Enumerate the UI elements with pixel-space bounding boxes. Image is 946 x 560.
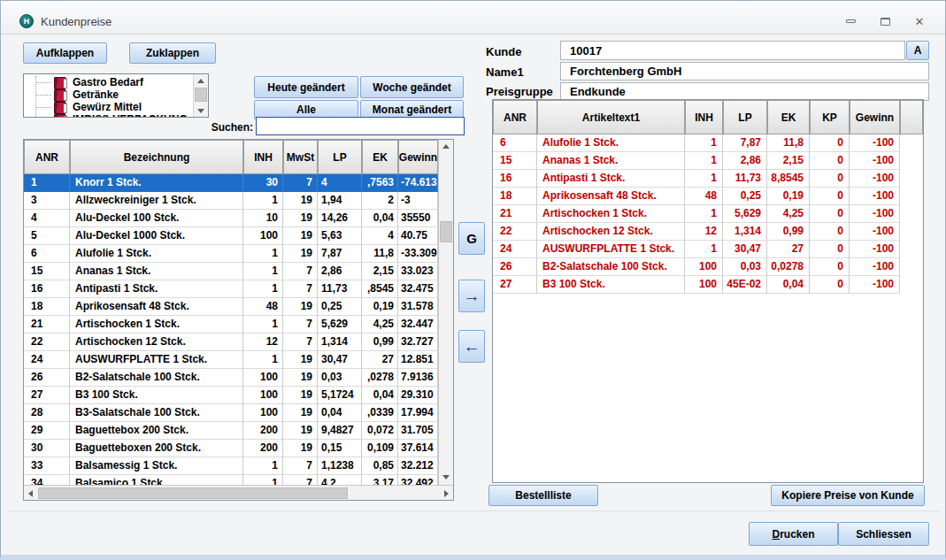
artikel-table-row[interactable]: 4Alu-Deckel 100 Stck.101914,260,0435550 xyxy=(24,210,438,227)
table-cell: -100 xyxy=(850,241,900,258)
table-cell: 12 xyxy=(685,223,723,241)
suchen-input[interactable] xyxy=(256,117,465,135)
name1-value: Forchtenberg GmbH xyxy=(570,65,681,78)
app-icon: H xyxy=(19,14,34,28)
table-cell: B2-Salatschale 100 Stck. xyxy=(70,369,243,387)
table-cell: -100 xyxy=(850,258,900,276)
tree-item[interactable]: Gastro Bedarf xyxy=(54,76,193,88)
table-cell: 1 xyxy=(685,170,723,188)
tree-scroll-down-button[interactable] xyxy=(194,104,208,117)
name1-field[interactable]: Forchtenberg GmbH xyxy=(560,62,929,81)
table-cell: Aprikosensaft 48 Stck. xyxy=(70,298,243,316)
artikel-table-row[interactable]: 18Aprikosensaft 48 Stck.48190,250,1931.5… xyxy=(24,298,438,316)
kunde-field[interactable]: 10017 xyxy=(560,41,905,60)
aufklappen-button[interactable]: Aufklappen xyxy=(23,42,107,64)
tree-scroll-thumb[interactable] xyxy=(195,88,207,102)
artikel-table-row[interactable]: 27B3 100 Stck.100195,17240,0429.310 xyxy=(24,387,438,404)
artikel-table-row[interactable]: 30Baguetteboxen 200 Stck.200190,150,1093… xyxy=(24,440,438,457)
kundenpreise-table-row[interactable]: 15Ananas 1 Stck.12,862,150-100 xyxy=(493,152,923,170)
kundenpreise-table[interactable]: ANRArtikeltext1INHLPEKKPGewinn 6Alufolie… xyxy=(492,99,924,483)
artikel-table-row[interactable]: 22Artischocken 12 Stck.1271,3140,9932.72… xyxy=(24,334,438,351)
artikel-scroll-left-button[interactable] xyxy=(24,487,37,500)
kopiere-preise-button[interactable]: Kopiere Preise von Kunde xyxy=(771,485,925,506)
kundenpreise-table-row[interactable]: 6Alufolie 1 Stck.17,8711,80-100 xyxy=(493,134,923,152)
artikel-table-row[interactable]: 1Knorr 1 Stck.3074,7563-74.613 xyxy=(24,174,438,192)
table-cell xyxy=(900,100,923,134)
table-cell: 0 xyxy=(810,276,850,294)
tree-vertical-scrollbar[interactable] xyxy=(193,74,208,117)
artikel-scroll-down-button[interactable] xyxy=(439,471,453,484)
artikel-table-row[interactable]: 5Alu-Deckel 1000 Stck.100195,63440.75 xyxy=(24,227,438,245)
category-tree[interactable]: Gastro BedarfGetränkeGewürz MittelIMBISS… xyxy=(23,73,209,118)
tree-item[interactable]: Getränke xyxy=(54,88,193,101)
kundenpreise-table-body: 6Alufolie 1 Stck.17,8711,80-10015Ananas … xyxy=(493,134,923,482)
close-button[interactable]: ✕ xyxy=(910,13,929,29)
table-cell: EK xyxy=(362,140,398,174)
tree-scroll-up-button[interactable] xyxy=(194,74,208,87)
artikel-scroll-up-button[interactable] xyxy=(439,140,453,153)
table-cell: -100 xyxy=(850,223,900,241)
preisgruppe-field[interactable]: Endkunde xyxy=(560,82,929,101)
table-cell: 1 xyxy=(243,245,283,263)
table-cell: 27 xyxy=(24,387,70,404)
artikel-scroll-right-button[interactable] xyxy=(440,487,453,500)
table-cell: 7 xyxy=(283,316,318,334)
maximize-button[interactable] xyxy=(875,13,895,29)
artikel-table-hscrollbar[interactable] xyxy=(24,485,453,500)
artikel-vscroll-thumb[interactable] xyxy=(440,221,452,242)
g-button[interactable]: G xyxy=(458,222,485,255)
kundenpreise-table-row[interactable]: 27B3 100 Stck.10045E-020,040-100 xyxy=(493,276,923,294)
drucken-button[interactable]: Drucken xyxy=(749,522,838,546)
transfer-right-button[interactable]: → xyxy=(458,280,485,312)
table-cell: 19 xyxy=(283,404,318,422)
kundenpreise-table-header: ANRArtikeltext1INHLPEKKPGewinn xyxy=(493,100,923,134)
table-cell: Ananas 1 Stck. xyxy=(537,152,685,170)
table-cell: 5,629 xyxy=(723,205,767,223)
table-cell: Gewinn xyxy=(398,140,438,174)
table-cell: 0,109 xyxy=(362,440,398,457)
tree-item[interactable]: Gewürz Mittel xyxy=(54,101,193,113)
kundenpreise-window: H Kundenpreise ✕ Aufklappen Zuklappen Ga… xyxy=(0,0,946,560)
tree-item-label: Getränke xyxy=(73,88,119,101)
artikel-table-row[interactable]: 15Ananas 1 Stck.172,862,1533.023 xyxy=(24,263,438,280)
artikel-hscroll-thumb[interactable] xyxy=(38,487,348,499)
artikel-table-row[interactable]: 3Allzweckreiniger 1 Stck.1191,942-3 xyxy=(24,192,438,210)
kundenpreise-table-row[interactable]: 18Aprikosensaft 48 Stck.480,250,190-100 xyxy=(493,188,923,205)
table-cell: 27 xyxy=(362,351,398,369)
zuklappen-button[interactable]: Zuklappen xyxy=(129,42,216,64)
artikel-table-row[interactable]: 6Alufolie 1 Stck.1197,8711,8-33.309 xyxy=(24,245,438,263)
a-button[interactable]: A xyxy=(906,41,929,60)
artikel-table-row[interactable]: 26B2-Salatschale 100 Stck.100190,03,0278… xyxy=(24,369,438,387)
scroll-down-icon xyxy=(442,475,450,479)
table-cell: 6 xyxy=(24,245,70,263)
kundenpreise-table-row[interactable]: 26B2-Salatschale 100 Stck.1000,030,02780… xyxy=(493,258,923,276)
title-bar[interactable]: H Kundenpreise ✕ xyxy=(1,1,945,35)
artikel-table-row[interactable]: 16Antipasti 1 Stck.1711,73,854532.475 xyxy=(24,280,438,298)
transfer-left-button[interactable]: ← xyxy=(458,330,485,363)
table-cell: 32.727 xyxy=(398,334,438,351)
kundenpreise-table-row[interactable]: 24AUSWURFPLATTE 1 Stck.130,47270-100 xyxy=(493,241,923,258)
artikel-table-row[interactable]: 29Baguettebox 200 Stck.200199,48270,0723… xyxy=(24,422,438,440)
artikel-table[interactable]: ANRBezeichnungINHMwStLPEKGewinn 1Knorr 1… xyxy=(23,139,454,501)
woche-geaendert-button[interactable]: Woche geändet xyxy=(360,76,464,98)
minimize-button[interactable] xyxy=(841,13,860,29)
artikel-table-row[interactable]: 24AUSWURFPLATTE 1 Stck.11930,472712.851 xyxy=(24,351,438,369)
table-cell: Artischocken 12 Stck. xyxy=(70,334,243,351)
artikel-table-row[interactable]: 28B3-Salatschale 100 Stck.100190,04,0339… xyxy=(24,404,438,422)
bestellliste-button[interactable]: Bestellliste xyxy=(488,485,598,506)
artikel-table-row[interactable]: 33Balsamessig 1 Stck.171,12380,8532.212 xyxy=(24,457,438,475)
artikel-table-vscrollbar[interactable] xyxy=(438,140,453,485)
heute-geaendert-button[interactable]: Heute geändert xyxy=(254,76,358,98)
table-cell: 200 xyxy=(243,440,283,457)
artikel-table-row[interactable]: 21Artischocken 1 Stck.175,6294,2532.447 xyxy=(24,316,438,334)
tree-item[interactable]: IMBISS-VERPACKUNG xyxy=(54,113,193,117)
table-cell: LP xyxy=(318,140,362,174)
a-button-label: A xyxy=(914,44,922,57)
table-cell: -33.309 xyxy=(398,245,438,263)
table-cell: 29.310 xyxy=(398,387,438,404)
kundenpreise-table-row[interactable]: 22Artischocken 12 Stck.121,3140,990-100 xyxy=(493,223,923,241)
kundenpreise-table-row[interactable]: 16Antipasti 1 Stck.111,738,85450-100 xyxy=(493,170,923,188)
schliessen-button[interactable]: Schliessen xyxy=(838,522,929,546)
kundenpreise-table-row[interactable]: 21Artischocken 1 Stck.15,6294,250-100 xyxy=(493,205,923,223)
table-cell: 8,8545 xyxy=(767,170,810,188)
